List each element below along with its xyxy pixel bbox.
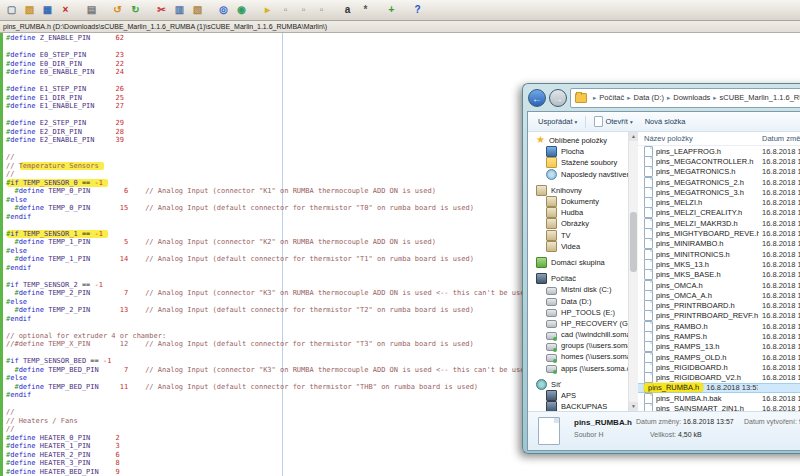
file-row-pins-rigidboard-h[interactable]: pins_RIGIDBOARD.h16.8.2018 13:57: [638, 362, 800, 372]
print-icon[interactable]: ▤: [84, 3, 99, 18]
code-text: //: [6, 170, 14, 178]
file-row-pins-minitronics-h[interactable]: pins_MINITRONICS.h16.8.2018 13:57: [638, 249, 800, 259]
file-row-pins-melzi-h[interactable]: pins_MELZI.h16.8.2018 13:57: [638, 197, 800, 207]
nav-item-hp-tools-e[interactable]: HP_TOOLS (E:): [528, 307, 628, 318]
new-file-icon[interactable]: ▢: [4, 3, 19, 18]
nav-item-m-stn-disk-c[interactable]: Místní disk (C:): [528, 284, 628, 295]
navigation-scrollbar[interactable]: ▲ ▼: [628, 132, 638, 411]
nav-item-data-d[interactable]: Data (D:): [528, 295, 628, 306]
code-text: #define HEATER_0_PIN 2: [6, 434, 120, 442]
copy-icon[interactable]: ▥: [172, 3, 187, 18]
settings-icon[interactable]: *: [358, 3, 373, 18]
nav-item-obl-ben-polo-ky[interactable]: ★Oblíbené položky: [528, 135, 628, 146]
help-icon[interactable]: ?: [410, 3, 425, 18]
back-button[interactable]: ←: [528, 89, 546, 107]
nav-item-apps-users-soma-cz-z[interactable]: apps (\\users.soma.cz) (Z: [528, 363, 628, 374]
cut-icon[interactable]: ✂: [154, 3, 169, 18]
nav-item-homes-users-soma-cz[interactable]: homes (\\users.soma.cz): [528, 351, 628, 362]
scrollbar-thumb[interactable]: [630, 212, 637, 272]
file-row-pins-printrboard-revf-h[interactable]: pins_PRINTRBOARD_REVF.h16.8.2018 13:57: [638, 311, 800, 321]
nav-item-sta-en-soubory[interactable]: Stažené soubory: [528, 157, 628, 168]
breadcrumb-segment-scube-marlin-1-1-6-rumba-1[interactable]: sCUBE_Marlin_1.1.6_RUMBA (1): [720, 93, 800, 102]
nav-item-hp-recovery-g[interactable]: HP_RECOVERY (G:): [528, 318, 628, 329]
forward-button[interactable]: →: [549, 89, 567, 107]
nav-item-cad-windchill-soma-cz[interactable]: cad (\\windchill.soma.cz): [528, 329, 628, 340]
file-row-pins-rumba-h-bak[interactable]: pins_RUMBA.h.bak16.8.2018 13:57: [638, 393, 800, 403]
new-folder-label: Nová složka: [645, 117, 686, 126]
nav-item-videa[interactable]: Videa: [528, 241, 628, 252]
organize-button[interactable]: Uspořádat ▾: [534, 115, 581, 128]
undo-icon[interactable]: ↺: [110, 3, 125, 18]
nav-item-s[interactable]: Síť: [528, 379, 628, 390]
window-new-icon[interactable]: ▫: [314, 3, 329, 18]
paste-icon[interactable]: ▧: [190, 3, 205, 18]
open-folder-icon[interactable]: ▨: [22, 3, 37, 18]
nav-item-obr-zky[interactable]: Obrázky: [528, 218, 628, 229]
file-row-pins-rumba-h[interactable]: pins_RUMBA.h16.8.2018 13:57: [638, 383, 800, 393]
file-row-pins-megacontroller-h[interactable]: pins_MEGACONTROLLER.h16.8.2018 13:57: [638, 156, 800, 166]
file-row-pins-megatronics-h[interactable]: pins_MEGATRONICS.h16.8.2018 13:57: [638, 167, 800, 177]
file-date: 16.8.2018 13:57: [762, 178, 800, 187]
nav-item-hudba[interactable]: Hudba: [528, 207, 628, 218]
new-folder-button[interactable]: Nová složka: [641, 115, 690, 128]
window-minimize-icon[interactable]: ▫: [278, 3, 293, 18]
file-row-pins-melzi-makr3d-h[interactable]: pins_MELZI_MAKR3D.h16.8.2018 13:57: [638, 218, 800, 228]
find-replace-icon[interactable]: ◉: [234, 3, 249, 18]
font-tool-icon[interactable]: a: [340, 3, 355, 18]
file-row-pins-ramps-h[interactable]: pins_RAMPS.h16.8.2018 13:57: [638, 331, 800, 341]
explorer-body: Uspořádat ▾ Otevřít ▾ Nová složka ★Oblíb…: [527, 111, 800, 451]
column-header-date[interactable]: Datum změny: [762, 134, 800, 143]
save-file-icon[interactable]: ▦: [40, 3, 55, 18]
file-row-pins-printrboard-h[interactable]: pins_PRINTRBOARD.h16.8.2018 13:57: [638, 300, 800, 310]
file-row-pins-ramps-old-h[interactable]: pins_RAMPS_OLD.h16.8.2018 13:57: [638, 352, 800, 362]
nav-item-plocha[interactable]: Plocha: [528, 146, 628, 157]
file-date: 16.8.2018 13:57: [762, 270, 800, 279]
nav-item-naposledy-nav-t-ven[interactable]: Naposledy navštívené: [528, 169, 628, 180]
file-row-pins-minirambo-h[interactable]: pins_MINIRAMBO.h16.8.2018 13:57: [638, 239, 800, 249]
file-row-pins-mks-13-h[interactable]: pins_MKS_13.h16.8.2018 13:57: [638, 259, 800, 269]
breadcrumb[interactable]: ▸ Počítač▸Data (D:)▸Downloads▸sCUBE_Marl…: [570, 88, 800, 108]
file-name: pins_MELZI_CREALITY.h: [656, 208, 759, 217]
find-icon[interactable]: ◎: [216, 3, 231, 18]
nav-item-label: Naposledy navštívené: [561, 170, 628, 179]
nav-item-po-ta[interactable]: Počítač: [528, 273, 628, 284]
file-rows: pins_LEAPFROG.h16.8.2018 13:57pins_MEGAC…: [638, 146, 800, 411]
file-row-pins-rambo-h[interactable]: pins_RAMBO.h16.8.2018 13:57: [638, 321, 800, 331]
bookmark-icon[interactable]: ▸: [260, 3, 275, 18]
file-row-pins-megatronics-2-h[interactable]: pins_MEGATRONICS_2.h16.8.2018 13:57: [638, 177, 800, 187]
breadcrumb-segment-data-d[interactable]: Data (D:): [634, 93, 664, 102]
nav-item-dom-c-skupina[interactable]: Domácí skupina: [528, 257, 628, 268]
nav-item-backupnas[interactable]: BACKUPNAS: [528, 401, 628, 411]
close-file-icon[interactable]: ×: [58, 3, 73, 18]
file-row-pins-melzi-creality-h[interactable]: pins_MELZI_CREALITY.h16.8.2018 13:57: [638, 208, 800, 218]
open-button[interactable]: Otevřít ▾: [590, 114, 636, 129]
nav-item-aps[interactable]: APS: [528, 390, 628, 401]
created-label: Datum vytvoření:: [744, 418, 797, 425]
breadcrumb-segment-downloads[interactable]: Downloads: [673, 93, 710, 102]
column-header-name[interactable]: Název položky: [644, 134, 762, 143]
nav-item-dokumenty[interactable]: Dokumenty: [528, 196, 628, 207]
nav-item-knihovny[interactable]: Knihovny: [528, 185, 628, 196]
window-restore-icon[interactable]: ▫: [296, 3, 311, 18]
breadcrumb-segment-po-ta[interactable]: Počítač: [599, 93, 624, 102]
scroll-down-icon[interactable]: ▼: [629, 402, 638, 411]
file-row-pins-rigidboard-v2-h[interactable]: pins_RIGIDBOARD_V2.h16.8.2018 13:57: [638, 373, 800, 383]
file-row-pins-mks-base-h[interactable]: pins_MKS_BASE.h16.8.2018 13:57: [638, 270, 800, 280]
scroll-up-icon[interactable]: ▲: [629, 132, 638, 141]
code-text: #define E1_STEP_PIN 26: [6, 85, 124, 93]
file-row-pins-omca-a-h[interactable]: pins_OMCA_A.h16.8.2018 13:57: [638, 290, 800, 300]
file-row-pins-omca-h[interactable]: pins_OMCA.h16.8.2018 13:57: [638, 280, 800, 290]
file-row-pins-megatronics-3-h[interactable]: pins_MEGATRONICS_3.h16.8.2018 13:57: [638, 187, 800, 197]
editor-tab-title[interactable]: pins_RUMBA.h (D:\Downloads\sCUBE_Marlin_…: [0, 21, 800, 33]
file-row-pins-leapfrog-h[interactable]: pins_LEAPFROG.h16.8.2018 13:57: [638, 146, 800, 156]
nav-item-label: Stažené soubory: [561, 158, 617, 167]
nav-item-label: BACKUPNAS: [561, 402, 607, 411]
file-row-pins-sainsmart-2in1-h[interactable]: pins_SAINSMART_2IN1.h16.8.2018 13:57: [638, 403, 800, 411]
code-text: #else: [6, 247, 27, 255]
nav-item-groups-users-soma-cz[interactable]: groups (\\users.soma.cz): [528, 340, 628, 351]
plugin-icon[interactable]: +: [384, 3, 399, 18]
file-row-pins-ramps-13-h[interactable]: pins_RAMPS_13.h16.8.2018 13:57: [638, 342, 800, 352]
file-row-pins-mightyboard-reve-h[interactable]: pins_MIGHTYBOARD_REVE.h16.8.2018 13:57: [638, 228, 800, 238]
nav-item-tv[interactable]: TV: [528, 230, 628, 241]
redo-icon[interactable]: ↻: [128, 3, 143, 18]
